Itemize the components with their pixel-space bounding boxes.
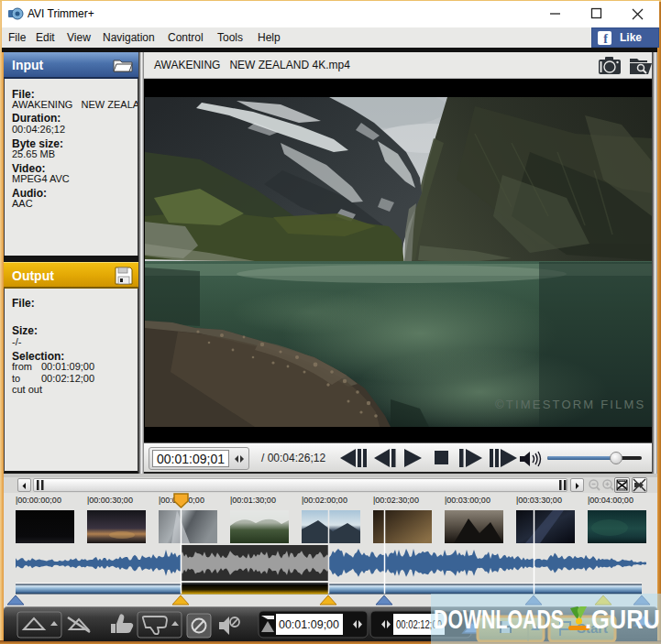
svg-text:|00:04:00;00: |00:04:00;00 [588, 496, 633, 505]
svg-text:DOWNLOADS: DOWNLOADS [434, 604, 564, 634]
svg-text:|00:00:00;00: |00:00:00;00 [16, 496, 61, 505]
svg-text:f: f [603, 32, 608, 45]
svg-text:|00:03:00;00: |00:03:00;00 [445, 496, 490, 505]
svg-text:|00:02:30;00: |00:02:30;00 [373, 496, 419, 505]
svg-text:.GURU: .GURU [585, 604, 660, 634]
svg-text:|00:03:30;00: |00:03:30;00 [516, 496, 562, 505]
svg-text:|00:02:00;00: |00:02:00;00 [302, 496, 347, 505]
svg-text:©TIMESTORM FILMS: ©TIMESTORM FILMS [495, 398, 645, 411]
svg-text:|00:00:30;00: |00:00:30;00 [87, 496, 133, 505]
svg-text:00:01:09;00: 00:01:09;00 [279, 618, 339, 631]
svg-text:|00:01:30;00: |00:01:30;00 [230, 496, 276, 505]
